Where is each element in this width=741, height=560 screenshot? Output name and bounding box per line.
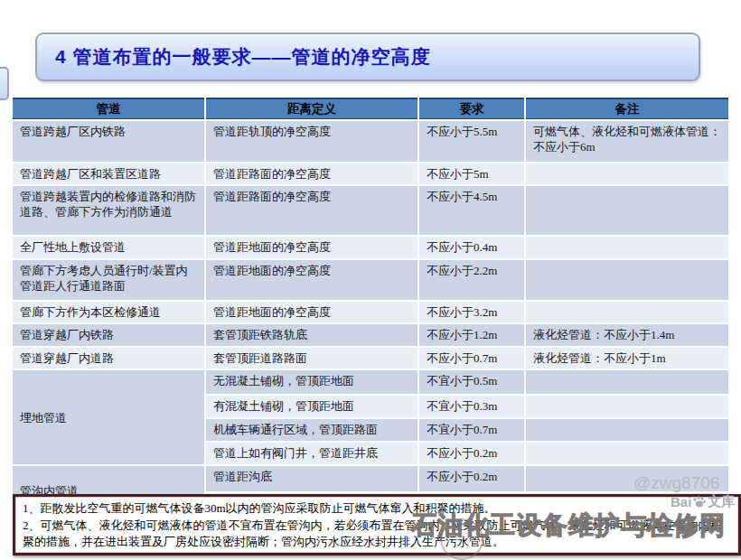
clearance-spec-table: 管道距离定义要求备注 管道跨越厂区内铁路管道距轨顶的净空高度不应小于5.5m可燃… <box>11 96 730 517</box>
cell-requirement: 不应小于2.2m <box>419 260 524 300</box>
cell-requirement: 不应小于0.7m <box>419 348 524 369</box>
cell-remark <box>526 237 728 258</box>
table-row: 管廊下方考虑人员通行时/装置内管道距人行通道路面管道距地面的净空高度不应小于2.… <box>13 260 728 300</box>
cell-remark <box>526 302 728 322</box>
cell-definition: 管道距路面的净空高度 <box>206 163 417 184</box>
cell-requirement: 不宜小于0.5m <box>419 370 524 394</box>
cell-definition: 机械车辆通行区域，管顶距路面 <box>206 419 417 441</box>
cell-requirement: 不应小于5m <box>419 163 524 184</box>
cell-definition: 有混凝土铺砌，管顶距地面 <box>206 396 417 417</box>
cell-requirement: 不宜小于0.3m <box>419 396 524 417</box>
cell-definition: 管道距地面的净空高度 <box>206 260 417 300</box>
table-header-row: 管道距离定义要求备注 <box>13 98 728 119</box>
cell-requirement: 不应小于4.5m <box>419 186 524 235</box>
site-watermark: 石油化工设备维护与检修网 <box>411 509 736 543</box>
cell-requirement: 不应小于5.5m <box>419 121 524 162</box>
table-row: 管沟内管道管道距沟底不应小于0.2m <box>13 466 728 491</box>
cell-requirement: 不宜小于0.7m <box>419 419 524 441</box>
cell-definition: 套管顶距铁路轨底 <box>206 324 417 346</box>
column-header-1: 距离定义 <box>206 98 417 119</box>
cell-remark <box>526 260 728 300</box>
table-row: 管道跨越厂区和装置区道路管道距路面的净空高度不应小于5m <box>13 163 728 184</box>
column-header-2: 要求 <box>419 98 524 119</box>
cell-remark: 可燃气体、液化烃和可燃液体管道：不应小于6m <box>526 121 728 162</box>
cell-remark <box>526 370 728 394</box>
baidu-logo-suffix: 文库 <box>708 493 735 510</box>
slide: 4 管道布置的一般要求——管道的净空高度 管道距离定义要求备注 管道跨越厂区内铁… <box>0 0 741 560</box>
cell-remark <box>526 186 728 235</box>
table-row: 管道穿越厂内铁路套管顶距铁路轨底不应小于1.2m液化烃管道：不应小于1.4m <box>13 324 728 346</box>
table-row: 管道穿越厂内道路套管顶距道路路面不应小于0.7m液化烃管道：不应小于1m <box>13 348 728 369</box>
column-header-3: 备注 <box>526 98 728 119</box>
table-row: 管道跨越装置内的检修道路和消防道路、管廊下方作为消防通道管道距路面的净空高度不应… <box>13 186 728 235</box>
page-title: 4 管道布置的一般要求——管道的净空高度 <box>37 44 431 70</box>
cell-pipeline: 管道穿越厂内道路 <box>13 348 204 369</box>
cell-remark: 液化烃管道：不应小于1.4m <box>526 324 728 346</box>
table-row: 管廊下方作为本区检修通道管道距地面的净空高度不应小于3.2m <box>13 302 728 322</box>
paw-icon <box>692 495 707 509</box>
cell-remark <box>526 443 728 464</box>
table-body: 管道跨越厂区内铁路管道距轨顶的净空高度不应小于5.5m可燃气体、液化烃和可燃液体… <box>13 121 728 515</box>
cell-pipeline: 管廊下方作为本区检修通道 <box>13 302 204 322</box>
cell-requirement: 不应小于1.2m <box>419 324 524 346</box>
column-header-0: 管道 <box>13 98 204 119</box>
spec-table-container: 管道距离定义要求备注 管道跨越厂区内铁路管道距轨顶的净空高度不应小于5.5m可燃… <box>11 96 730 517</box>
cell-pipeline: 管道跨越装置内的检修道路和消防道路、管廊下方作为消防通道 <box>13 186 204 235</box>
cell-pipeline: 全厂性地上敷设管道 <box>13 237 204 258</box>
cell-remark: 液化烃管道：不应小于1m <box>526 348 728 369</box>
cell-definition: 管道距沟底 <box>206 466 417 491</box>
table-row: 管道跨越厂区内铁路管道距轨顶的净空高度不应小于5.5m可燃气体、液化烃和可燃液体… <box>13 121 728 162</box>
user-watermark: @zwg8706 <box>633 473 719 493</box>
cell-pipeline: 管道跨越厂区内铁路 <box>13 121 204 162</box>
cell-definition: 管道距地面的净空高度 <box>206 302 417 322</box>
cell-remark <box>526 163 728 184</box>
cell-definition: 套管顶距道路路面 <box>206 348 417 369</box>
cell-pipeline: 埋地管道 <box>13 370 204 464</box>
cell-pipeline: 管道跨越厂区和装置区道路 <box>13 163 204 184</box>
cell-pipeline: 管道穿越厂内铁路 <box>13 324 204 346</box>
cell-definition: 无混凝土铺砌，管顶距地面 <box>206 370 417 394</box>
baidu-wenku-logo: Bai 文库 <box>671 493 735 510</box>
cell-definition: 管道上如有阀门井，管道距井底 <box>206 443 417 464</box>
cell-definition: 管道距路面的净空高度 <box>206 186 417 235</box>
table-row: 全厂性地上敷设管道管道距地面的净空高度不应小于0.4m <box>13 237 728 258</box>
background-shape <box>0 67 9 100</box>
cell-requirement: 不应小于0.2m <box>419 466 524 491</box>
cell-pipeline: 管廊下方考虑人员通行时/装置内管道距人行通道路面 <box>13 260 204 300</box>
cell-remark <box>526 396 728 417</box>
table-row: 埋地管道无混凝土铺砌，管顶距地面不宜小于0.5m <box>13 370 728 394</box>
title-banner: 4 管道布置的一般要求——管道的净空高度 <box>35 33 700 81</box>
cell-requirement: 不应小于0.2m <box>419 443 524 464</box>
cell-requirement: 不应小于0.4m <box>419 237 524 258</box>
cell-definition: 管道距轨顶的净空高度 <box>206 121 417 162</box>
baidu-logo-prefix: Bai <box>671 494 691 509</box>
cell-remark <box>526 419 728 441</box>
cell-definition: 管道距地面的净空高度 <box>206 237 417 258</box>
cell-requirement: 不应小于3.2m <box>419 302 524 322</box>
